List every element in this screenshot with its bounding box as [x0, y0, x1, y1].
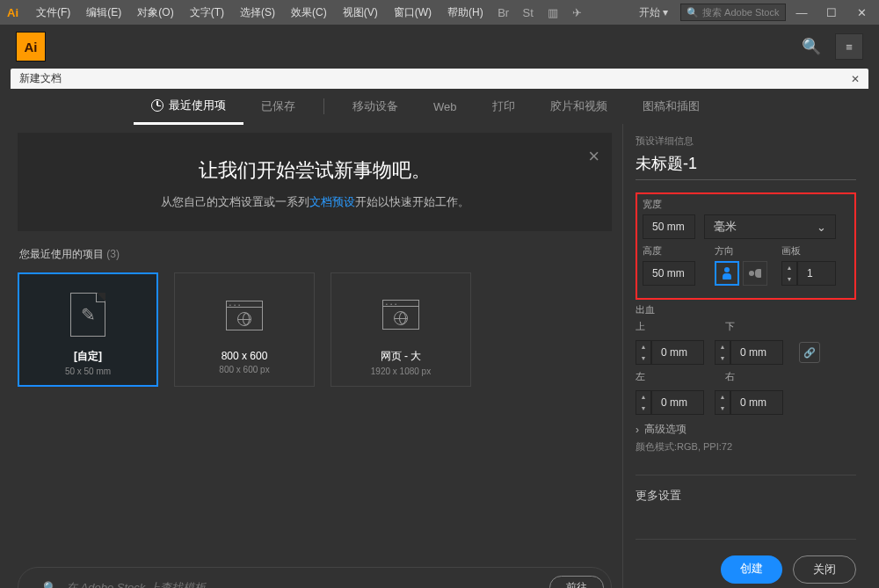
dialog-title-text: 新建文档 — [19, 71, 62, 86]
window-close[interactable]: ✕ — [847, 2, 875, 23]
menu-object[interactable]: 对象(O) — [130, 2, 180, 24]
card-custom[interactable]: ✎ [自定] 50 x 50 mm — [18, 272, 158, 387]
search-icon: 🔍 — [686, 7, 699, 18]
bridge-icon[interactable]: Br — [492, 3, 515, 22]
tab-recent-label: 最近使用项 — [169, 98, 226, 113]
orientation-portrait[interactable] — [715, 261, 739, 286]
hero-pre: 从您自己的文档设置或一系列 — [161, 195, 309, 208]
search-icon[interactable]: 🔍 — [802, 37, 821, 56]
dialog-tabs: 最近使用项 已保存 移动设备 Web 打印 胶片和视频 图稿和插图 — [11, 89, 868, 124]
tab-web[interactable]: Web — [416, 91, 475, 122]
card-sub: 1920 x 1080 px — [371, 367, 431, 376]
window-minimize[interactable]: — — [788, 2, 816, 23]
height-input[interactable]: 50 mm — [643, 261, 695, 286]
stock-icon[interactable]: St — [517, 3, 540, 22]
bleed-bottom-input[interactable]: 0 mm — [730, 340, 783, 365]
card-sub: 50 x 50 mm — [65, 367, 111, 376]
app-header: Ai 🔍 ≡ — [0, 25, 879, 69]
tab-film[interactable]: 胶片和视频 — [533, 90, 625, 123]
tab-art[interactable]: 图稿和插图 — [625, 90, 717, 123]
person-icon — [749, 269, 761, 278]
preset-details-label: 预设详细信息 — [636, 134, 856, 148]
menu-effect[interactable]: 效果(C) — [284, 2, 334, 24]
card-web-large[interactable]: • • • 网页 - 大 1920 x 1080 px — [331, 272, 471, 387]
recent-label-text: 您最近使用的项目 — [19, 248, 104, 260]
bleed-right-label: 右 — [725, 370, 804, 383]
stock-search[interactable]: 🔍 搜索 Adobe Stock — [680, 4, 786, 21]
hero-heading: 让我们开始尝试新事物吧。 — [70, 157, 559, 184]
plane-icon[interactable]: ✈ — [566, 3, 589, 22]
bleed-left-stepper[interactable]: ▲▼ — [636, 390, 651, 415]
footer-search: 🔍 前往 — [18, 567, 612, 588]
width-label: 宽度 — [643, 198, 849, 211]
hero-preset-link[interactable]: 文档预设 — [309, 195, 355, 208]
bleed-top-stepper[interactable]: ▲▼ — [636, 340, 651, 365]
preset-details-pane: 预设详细信息 未标题-1 宽度 50 mm 毫米 ⌄ 高度 50 mm 方向 — [622, 124, 868, 588]
chevron-down-icon: ⌄ — [817, 221, 826, 234]
dialog-body: × 让我们开始尝试新事物吧。 从您自己的文档设置或一系列文档预设开始以快速开始工… — [11, 124, 868, 588]
link-bleed-icon[interactable]: 🔗 — [799, 342, 820, 363]
orientation-landscape[interactable] — [743, 261, 767, 286]
document-icon: ✎ — [70, 293, 105, 337]
artboards-label: 画板 — [781, 244, 836, 258]
panel-menu-icon[interactable]: ≡ — [835, 33, 863, 60]
hero-sub: 从您自己的文档设置或一系列文档预设开始以快速开始工作。 — [70, 194, 559, 210]
hero-post: 开始以快速开始工作。 — [355, 195, 469, 208]
arrange-icon[interactable]: ▥ — [541, 3, 564, 22]
menu-type[interactable]: 文字(T) — [183, 2, 231, 24]
card-title: [自定] — [74, 349, 102, 364]
bleed-bottom-stepper[interactable]: ▲▼ — [715, 340, 730, 365]
chevron-right-icon: › — [636, 424, 639, 436]
left-pane: × 让我们开始尝试新事物吧。 从您自己的文档设置或一系列文档预设开始以快速开始工… — [11, 124, 622, 588]
ai-logo: Ai — [16, 32, 46, 62]
stock-search-placeholder: 搜索 Adobe Stock — [702, 6, 779, 19]
bleed-top-input[interactable]: 0 mm — [651, 340, 704, 365]
menu-file[interactable]: 文件(F) — [29, 2, 77, 24]
tab-mobile[interactable]: 移动设备 — [335, 90, 416, 123]
recent-count: (3) — [106, 248, 120, 260]
go-button[interactable]: 前往 — [549, 576, 604, 589]
tab-recent[interactable]: 最近使用项 — [134, 89, 243, 125]
card-title: 网页 - 大 — [381, 349, 422, 364]
person-icon — [723, 267, 731, 279]
advanced-options-toggle[interactable]: › 高级选项 — [636, 422, 856, 437]
tab-saved[interactable]: 已保存 — [243, 90, 313, 123]
more-settings[interactable]: 更多设置 — [636, 475, 856, 504]
bleed-right-stepper[interactable]: ▲▼ — [715, 390, 730, 415]
search-icon: 🔍 — [43, 581, 57, 589]
recent-cards: ✎ [自定] 50 x 50 mm • • • 800 x 600 800 x … — [18, 272, 612, 387]
bleed-right-input[interactable]: 0 mm — [730, 390, 783, 415]
tab-print[interactable]: 打印 — [475, 90, 533, 123]
browser-icon: • • • — [382, 300, 419, 330]
window-maximize[interactable]: ☐ — [817, 2, 846, 23]
orientation-label: 方向 — [715, 244, 767, 258]
clock-icon — [151, 99, 163, 112]
bleed-bottom-label: 下 — [725, 320, 804, 333]
menu-edit[interactable]: 编辑(E) — [79, 2, 128, 24]
template-search-input[interactable] — [66, 581, 549, 589]
menu-help[interactable]: 帮助(H) — [440, 2, 490, 24]
menu-view[interactable]: 视图(V) — [336, 2, 385, 24]
dialog-actions: 创建 关闭 — [636, 555, 856, 584]
menubar: Ai 文件(F) 编辑(E) 对象(O) 文字(T) 选择(S) 效果(C) 视… — [0, 0, 879, 25]
workspace-start[interactable]: 开始 ▾ — [628, 4, 679, 22]
hero-banner: × 让我们开始尝试新事物吧。 从您自己的文档设置或一系列文档预设开始以快速开始工… — [18, 133, 612, 231]
bleed-left-input[interactable]: 0 mm — [651, 390, 704, 415]
close-button[interactable]: 关闭 — [793, 555, 856, 584]
hero-close-icon[interactable]: × — [588, 145, 599, 168]
artboards-stepper[interactable]: ▲▼ — [781, 261, 797, 286]
create-button[interactable]: 创建 — [721, 555, 782, 584]
menu-window[interactable]: 窗口(W) — [387, 2, 439, 24]
units-value: 毫米 — [714, 219, 737, 235]
card-800x600[interactable]: • • • 800 x 600 800 x 600 px — [174, 272, 315, 387]
width-input[interactable]: 50 mm — [643, 214, 695, 239]
units-select[interactable]: 毫米 ⌄ — [704, 214, 836, 239]
app-brand: Ai — [4, 6, 27, 19]
height-label: 高度 — [643, 244, 695, 258]
dialog-close-icon[interactable]: ✕ — [851, 73, 860, 85]
artboards-input[interactable]: 1 — [797, 261, 836, 286]
recent-label: 您最近使用的项目 (3) — [19, 247, 612, 262]
document-name-input[interactable]: 未标题-1 — [636, 153, 856, 180]
menu-select[interactable]: 选择(S) — [233, 2, 282, 24]
bleed-left-label: 左 — [636, 370, 715, 383]
